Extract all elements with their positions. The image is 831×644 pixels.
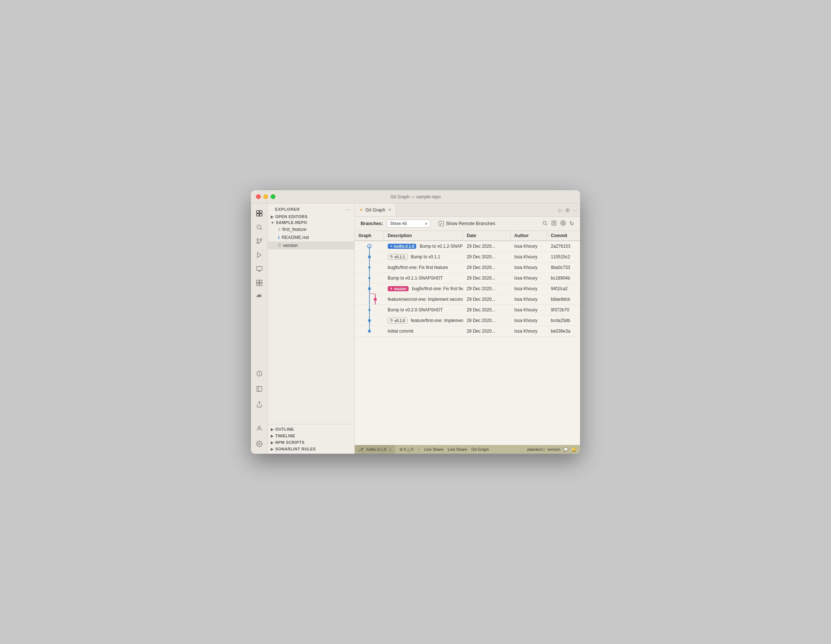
close-button[interactable] [256, 194, 261, 199]
author-cell-5: Issa Khoury [511, 294, 547, 304]
feedback-icon[interactable]: 💬 [563, 447, 568, 452]
branch-icon: ⎇ [358, 447, 364, 452]
sidebar-item-first-feature[interactable]: ≡ first_feature [268, 225, 354, 233]
table-row[interactable]: v0.1.1 Bump to v0.1.1 29 Dec 2020... Iss… [355, 252, 580, 262]
warning-icon: △ [407, 447, 410, 452]
outline-chevron: ▶ [271, 427, 274, 431]
author-cell-4: Issa Khoury [511, 284, 547, 294]
tag-badge-v010: v0.1.0 [388, 317, 408, 324]
graph-cell-6 [355, 305, 384, 315]
svg-point-27 [562, 223, 564, 224]
graph-cell-1 [355, 252, 384, 262]
activity-account-icon[interactable] [253, 422, 266, 435]
npm-label: NPM SCRIPTS [275, 440, 304, 445]
remote-branches-toggle[interactable]: ✓ Show Remote Branches [439, 221, 495, 226]
statusbar-liveshare-label[interactable]: Live Share [448, 447, 467, 451]
notification-icon[interactable]: 🔔 [572, 447, 576, 452]
export-icon[interactable] [551, 220, 557, 227]
activity-settings-icon[interactable] [253, 438, 266, 450]
graph-cell-5 [355, 294, 384, 304]
first-feature-icon: ≡ [278, 227, 280, 232]
more-actions-icon[interactable]: ··· [573, 207, 577, 213]
table-row[interactable]: Initial commit 28 Dec 2020... Issa Khour… [355, 326, 580, 336]
date-cell-5: 29 Dec 2020... [463, 294, 511, 304]
open-editors-section: ▶ OPEN EDITORS [268, 214, 354, 220]
svg-rect-14 [259, 280, 262, 283]
open-editors-header[interactable]: ▶ OPEN EDITORS [268, 214, 354, 220]
statusbar-plaintext[interactable]: plaintext | [527, 447, 544, 451]
statusbar-branch[interactable]: hotfix-0.1.0 [366, 447, 386, 451]
tag-badge-v011: v0.1.1 [388, 254, 408, 260]
git-graph-tab-icon: ✦ [359, 207, 363, 213]
table-row[interactable]: hotfix-0.1.0 Bump to v0.1.2-SNAPSHOT 29 … [355, 241, 580, 252]
settings-gear-icon[interactable] [560, 220, 566, 227]
table-row[interactable]: feature/seocnd-one: Implement second fea… [355, 294, 580, 305]
maximize-button[interactable] [271, 194, 275, 199]
run-action-icon[interactable]: ▷ [559, 207, 562, 213]
sample-repo-header[interactable]: ▼ SAMPLE-REPO [268, 220, 354, 225]
editor-area: ✦ Git Graph ✕ ▷ ⊞ ··· Branches: Show All… [355, 204, 580, 454]
statusbar-gitgraph[interactable]: Git Graph [471, 447, 489, 451]
statusbar-version[interactable]: version [548, 447, 560, 451]
svg-marker-48 [391, 319, 393, 322]
statusbar-liveshare[interactable]: Live Share [424, 447, 444, 451]
timeline-section[interactable]: ▶ TIMELINE [268, 432, 354, 439]
readme-icon: ℹ [278, 235, 280, 240]
activity-notebook-icon[interactable] [253, 383, 266, 395]
table-row[interactable]: Bump to v0.2.0-SNAPSHOT 29 Dec 2020... I… [355, 305, 580, 316]
activity-docker-icon[interactable] [253, 290, 266, 303]
remote-branches-checkbox[interactable]: ✓ [439, 221, 444, 226]
svg-rect-2 [256, 214, 259, 216]
branches-select[interactable]: Show All ▾ [387, 220, 430, 228]
timeline-chevron: ▶ [271, 434, 274, 438]
svg-rect-3 [259, 214, 262, 216]
activity-remote-icon[interactable] [253, 263, 266, 275]
refresh-icon[interactable]: ↻ [570, 220, 574, 227]
outline-section[interactable]: ▶ OUTLINE [268, 426, 354, 432]
svg-point-40 [368, 287, 371, 290]
header-graph: Graph [355, 231, 384, 241]
activity-liveshare-icon[interactable] [253, 398, 266, 411]
table-row[interactable]: master bugfix/first-one: Fix first featu… [355, 284, 580, 294]
svg-point-21 [258, 426, 260, 429]
open-editors-chevron: ▶ [271, 215, 274, 219]
git-graph-tab-close[interactable]: ✕ [388, 207, 392, 212]
sidebar-bottom: ▶ OUTLINE ▶ TIMELINE ▶ NPM SCRIPTS ▶ SON… [268, 424, 354, 454]
git-graph-tab[interactable]: ✦ Git Graph ✕ [355, 204, 396, 216]
first-feature-label: first_feature [282, 227, 307, 232]
table-row[interactable]: Bump to v0.1.1-SNAPSHOT 29 Dec 2020... I… [355, 273, 580, 284]
sidebar-item-readme[interactable]: ℹ README.md [268, 233, 354, 241]
author-cell-1: Issa Khoury [511, 252, 547, 262]
readme-label: README.md [282, 235, 309, 240]
svg-rect-10 [256, 266, 262, 270]
sonarlint-section[interactable]: ▶ SONARLINT RULES [268, 446, 354, 452]
npm-scripts-section[interactable]: ▶ NPM SCRIPTS [268, 439, 354, 446]
split-editor-icon[interactable]: ⊞ [565, 207, 570, 213]
sonarlint-chevron: ▶ [271, 447, 274, 451]
activity-run-icon[interactable] [253, 249, 266, 261]
sidebar-item-version[interactable]: © version [268, 241, 354, 250]
table-row[interactable]: bugfix/first-one: Fix first feature 29 D… [355, 262, 580, 273]
svg-point-7 [257, 239, 259, 241]
sidebar-more-icon[interactable]: ··· [345, 206, 350, 212]
activity-explorer-icon[interactable] [253, 207, 266, 220]
search-icon[interactable] [542, 220, 548, 227]
activity-source-control-icon[interactable] [253, 235, 266, 247]
author-cell-8: Issa Khoury [511, 326, 547, 336]
version-label: version [283, 243, 298, 248]
svg-point-47 [368, 319, 371, 322]
svg-line-5 [260, 228, 262, 230]
sync-icon: ↕ [389, 447, 392, 451]
traffic-lights [256, 194, 275, 199]
activity-extensions-icon[interactable] [253, 277, 266, 289]
svg-point-22 [258, 443, 260, 445]
sample-repo-section: ▼ SAMPLE-REPO ≡ first_feature ℹ README.m… [268, 220, 354, 250]
activity-search-icon[interactable] [253, 221, 266, 233]
timeline-label: TIMELINE [275, 434, 295, 438]
date-cell-6: 29 Dec 2020... [463, 305, 511, 315]
table-row[interactable]: v0.1.0 feature/first-one: Implement firs… [355, 316, 580, 326]
svg-point-31 [368, 255, 371, 258]
activity-timeline-icon[interactable] [253, 367, 266, 380]
app-window: Git Graph — sample-repo [251, 190, 580, 454]
minimize-button[interactable] [263, 194, 268, 199]
